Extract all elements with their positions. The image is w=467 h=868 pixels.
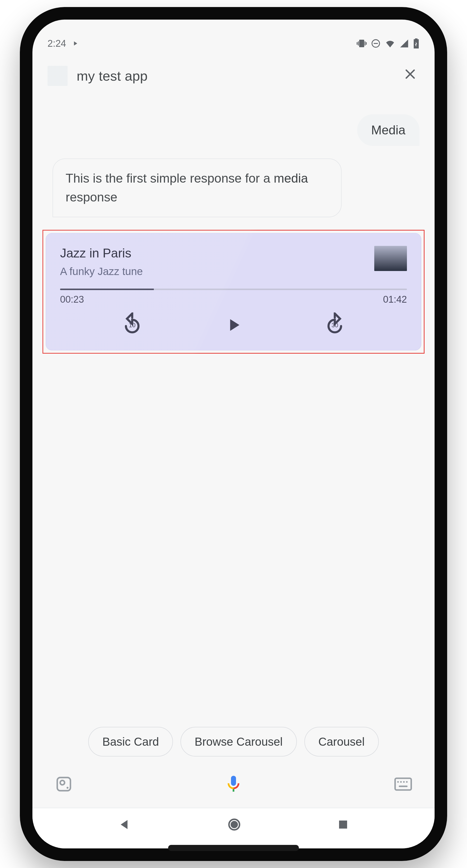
assistant-message: This is the first simple response for a … bbox=[53, 158, 342, 217]
clock: 2:24 bbox=[48, 38, 66, 49]
svg-point-5 bbox=[60, 780, 64, 785]
rewind-seconds: 10 bbox=[129, 322, 136, 329]
rewind-button[interactable]: 10 bbox=[120, 312, 145, 338]
screen: 2:24 bbox=[32, 20, 435, 848]
status-bar: 2:24 bbox=[32, 30, 435, 57]
svg-rect-15 bbox=[339, 820, 347, 829]
play-button[interactable] bbox=[224, 315, 243, 335]
user-message-row: Media bbox=[32, 99, 435, 156]
progress-bar[interactable] bbox=[60, 288, 407, 290]
user-message: Media bbox=[357, 114, 419, 146]
total-time: 01:42 bbox=[383, 294, 407, 305]
play-indicator-icon bbox=[71, 40, 79, 47]
media-card: Jazz in Paris A funky Jazz tune 00:23 01… bbox=[46, 233, 421, 350]
app-header: my test app bbox=[32, 57, 435, 99]
progress-fill bbox=[60, 288, 154, 290]
nav-recent-button[interactable] bbox=[337, 818, 349, 831]
media-title: Jazz in Paris bbox=[60, 246, 143, 260]
mic-icon[interactable] bbox=[224, 774, 243, 795]
phone-frame: 2:24 bbox=[20, 7, 447, 861]
vibrate-icon bbox=[357, 38, 367, 49]
lens-icon[interactable] bbox=[55, 775, 72, 794]
wifi-icon bbox=[385, 38, 396, 49]
close-button[interactable] bbox=[401, 65, 419, 87]
album-art bbox=[374, 246, 407, 271]
dnd-icon bbox=[371, 38, 381, 49]
nav-back-button[interactable] bbox=[118, 818, 132, 831]
media-card-highlight: Jazz in Paris A funky Jazz tune 00:23 01… bbox=[42, 230, 425, 353]
chip-basic-card[interactable]: Basic Card bbox=[88, 727, 173, 756]
svg-rect-7 bbox=[395, 778, 411, 790]
chip-carousel[interactable]: Carousel bbox=[304, 727, 379, 756]
keyboard-icon[interactable] bbox=[395, 777, 412, 792]
svg-point-6 bbox=[67, 787, 69, 789]
suggestion-chips: Basic Card Browse Carousel Carousel bbox=[32, 719, 435, 764]
forward-seconds: 30 bbox=[331, 322, 338, 329]
chip-browse-carousel[interactable]: Browse Carousel bbox=[180, 727, 297, 756]
elapsed-time: 00:23 bbox=[60, 294, 84, 305]
assistant-message-row: This is the first simple response for a … bbox=[32, 156, 435, 227]
nav-home-button[interactable] bbox=[227, 817, 241, 832]
app-title: my test app bbox=[77, 68, 392, 84]
signal-icon bbox=[399, 39, 409, 48]
app-icon bbox=[48, 66, 68, 86]
media-subtitle: A funky Jazz tune bbox=[60, 266, 143, 278]
battery-charging-icon bbox=[413, 38, 419, 49]
input-bar bbox=[32, 764, 435, 808]
forward-button[interactable]: 30 bbox=[322, 312, 347, 338]
svg-point-14 bbox=[231, 822, 237, 827]
android-nav-bar bbox=[32, 808, 435, 848]
